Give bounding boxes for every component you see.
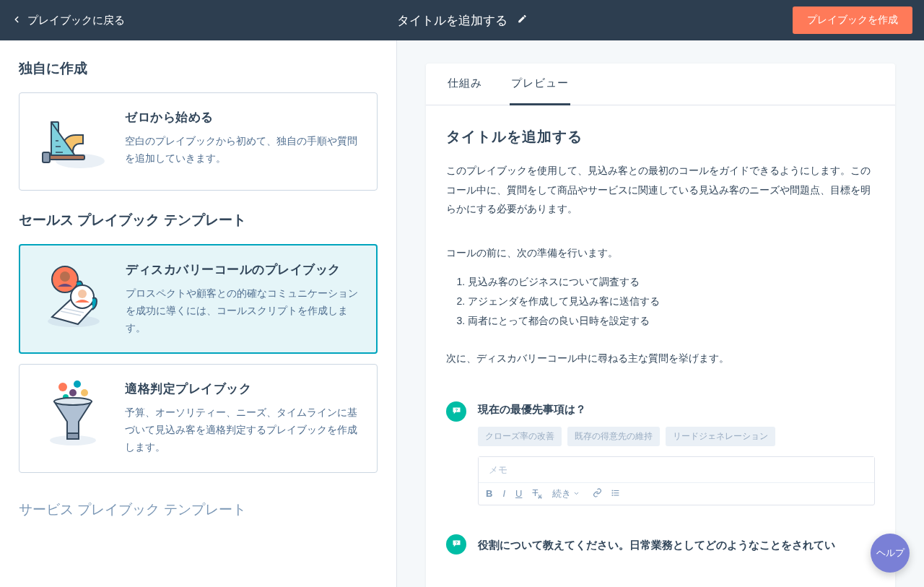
back-link[interactable]: プレイブックに戻る bbox=[12, 14, 125, 27]
memo-editor: B I U Tx 続き bbox=[478, 456, 875, 505]
svg-text:?: ? bbox=[455, 541, 458, 545]
svg-point-18 bbox=[81, 389, 88, 396]
svg-rect-26 bbox=[614, 492, 619, 493]
svg-rect-24 bbox=[614, 490, 619, 491]
preview-followup: 次に、ディスカバリーコール中に尋ねる主な質問を挙げます。 bbox=[446, 349, 875, 368]
list-button[interactable] bbox=[611, 488, 620, 500]
chip[interactable]: リードジェネレーション bbox=[666, 427, 775, 446]
card-desc: 予算、オーソリティー、ニーズ、タイムラインに基づいて見込み客を適格判定するプレイ… bbox=[125, 404, 359, 456]
svg-point-17 bbox=[69, 389, 77, 396]
section-title-service: サービス プレイブック テンプレート bbox=[19, 493, 378, 519]
help-button[interactable]: ヘルプ bbox=[871, 534, 910, 573]
chip[interactable]: 既存の得意先の維持 bbox=[567, 427, 660, 446]
discovery-call-icon bbox=[38, 261, 110, 326]
preview-tabs: 仕組み プレビュー bbox=[426, 64, 895, 105]
edit-title-button[interactable] bbox=[518, 13, 528, 27]
italic-button[interactable]: I bbox=[502, 488, 505, 499]
svg-rect-25 bbox=[611, 492, 613, 494]
card-title: 適格判定プレイブック bbox=[125, 381, 359, 397]
more-format-dropdown[interactable]: 続き bbox=[552, 487, 580, 500]
funnel-icon bbox=[37, 381, 109, 445]
preview-title: タイトルを追加する bbox=[446, 127, 875, 147]
list-item: 見込み客のビジネスについて調査する bbox=[468, 272, 875, 292]
ruler-tools-icon bbox=[37, 109, 109, 174]
bold-button[interactable]: B bbox=[486, 488, 492, 499]
preview-panel: 仕組み プレビュー タイトルを追加する このプレイブックを使用して、見込み客との… bbox=[426, 64, 895, 587]
question-title: 現在の最優先事項は？ bbox=[478, 403, 875, 417]
help-label: ヘルプ bbox=[876, 547, 905, 560]
card-desc: プロスペクトや顧客との的確なコミュニケーションを成功に導くには、コールスクリプト… bbox=[126, 285, 359, 336]
svg-point-20 bbox=[54, 398, 92, 405]
card-desc: 空白のプレイブックから初めて、独自の手順や質問を追加していきます。 bbox=[125, 133, 359, 168]
memo-input[interactable] bbox=[479, 457, 874, 482]
preview-intro: このプレイブックを使用して、見込み客との最初のコールをガイドできるようにします。… bbox=[446, 161, 875, 219]
create-playbook-button[interactable]: プレイブックを作成 bbox=[793, 6, 912, 34]
question-block-1: ? 現在の最優先事項は？ クローズ率の改善 既存の得意先の維持 リードジェネレー… bbox=[446, 403, 875, 505]
card-start-from-scratch[interactable]: ゼロから始める 空白のプレイブックから初めて、独自の手順や質問を追加していきます… bbox=[19, 92, 378, 191]
template-picker-panel: 独自に作成 ゼロから始める 空白のプレイブックから初めて、独自の手順や質問を追加 bbox=[0, 40, 397, 587]
chevron-left-icon bbox=[12, 14, 22, 27]
card-qualification[interactable]: 適格判定プレイブック 予算、オーソリティー、ニーズ、タイムラインに基づいて見込み… bbox=[19, 364, 378, 472]
svg-point-11 bbox=[60, 271, 70, 282]
svg-text:?: ? bbox=[455, 408, 458, 412]
question-title: 役割について教えてください。日常業務としてどのようなことをされてい bbox=[478, 536, 875, 555]
card-discovery-call[interactable]: ディスカバリーコールのプレイブック プロスペクトや顧客との的確なコミュニケーショ… bbox=[19, 244, 378, 354]
memo-toolbar: B I U Tx 続き bbox=[479, 482, 874, 505]
tab-preview[interactable]: プレビュー bbox=[510, 64, 570, 105]
back-label: プレイブックに戻る bbox=[27, 14, 125, 27]
svg-point-15 bbox=[58, 383, 67, 391]
svg-rect-21 bbox=[67, 433, 79, 439]
chip[interactable]: クローズ率の改善 bbox=[478, 427, 562, 446]
clear-format-button[interactable]: Tx bbox=[532, 487, 541, 500]
underline-button[interactable]: U bbox=[515, 488, 522, 499]
svg-point-16 bbox=[74, 381, 81, 388]
list-item: アジェンダを作成して見込み客に送信する bbox=[468, 292, 875, 311]
svg-point-13 bbox=[78, 290, 87, 298]
svg-rect-27 bbox=[611, 495, 613, 496]
section-title-sales: セールス プレイブック テンプレート bbox=[19, 211, 378, 230]
card-title: ゼロから始める bbox=[125, 109, 359, 126]
chat-bubble-icon: ? bbox=[446, 534, 466, 555]
svg-rect-23 bbox=[611, 490, 613, 491]
card-title: ディスカバリーコールのプレイブック bbox=[126, 261, 359, 278]
preview-prep-list: 見込み客のビジネスについて調査する アジェンダを作成して見込み客に送信する 両者… bbox=[446, 272, 875, 330]
section-title-custom: 独自に作成 bbox=[19, 59, 378, 78]
page-title: タイトルを追加する bbox=[397, 12, 507, 29]
chat-bubble-icon: ? bbox=[446, 401, 466, 422]
question-block-2: ? 役割について教えてください。日常業務としてどのようなことをされてい bbox=[446, 536, 875, 565]
top-bar: プレイブックに戻る タイトルを追加する プレイブックを作成 bbox=[0, 0, 924, 40]
link-button[interactable] bbox=[593, 488, 602, 500]
tab-how-it-works[interactable]: 仕組み bbox=[446, 64, 484, 105]
page-title-wrap: タイトルを追加する bbox=[397, 12, 528, 29]
list-item: 両者にとって都合の良い日時を設定する bbox=[468, 311, 875, 331]
answer-chips: クローズ率の改善 既存の得意先の維持 リードジェネレーション bbox=[478, 427, 875, 446]
svg-rect-28 bbox=[614, 495, 619, 495]
svg-rect-6 bbox=[43, 152, 50, 162]
preview-prep-header: コールの前に、次の準備を行います。 bbox=[446, 243, 875, 263]
preview-column: 仕組み プレビュー タイトルを追加する このプレイブックを使用して、見込み客との… bbox=[397, 40, 924, 587]
